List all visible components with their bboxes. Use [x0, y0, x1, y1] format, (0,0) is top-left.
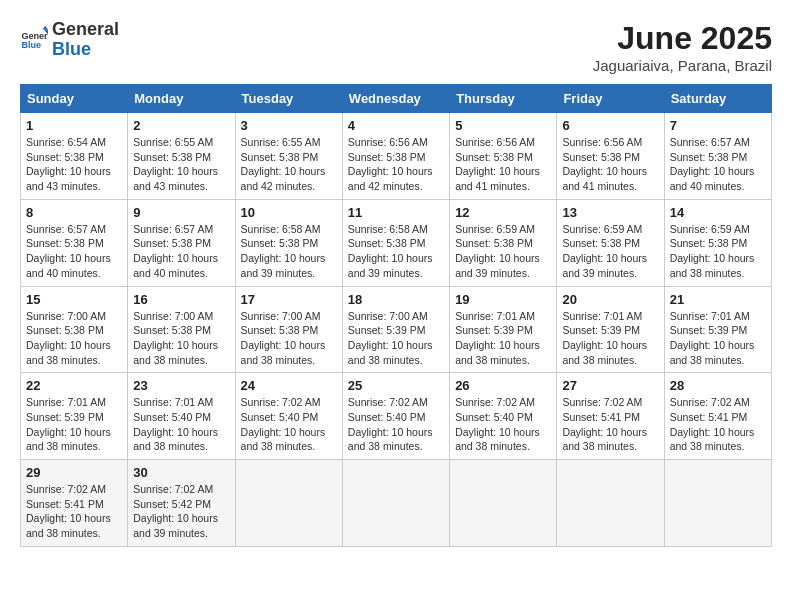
calendar-week-row: 15Sunrise: 7:00 AMSunset: 5:38 PMDayligh…	[21, 286, 772, 373]
calendar-cell: 15Sunrise: 7:00 AMSunset: 5:38 PMDayligh…	[21, 286, 128, 373]
month-title: June 2025	[593, 20, 772, 57]
day-number: 10	[241, 205, 337, 220]
day-number: 16	[133, 292, 229, 307]
day-number: 14	[670, 205, 766, 220]
day-info: Sunrise: 7:02 AMSunset: 5:40 PMDaylight:…	[455, 395, 551, 454]
day-info: Sunrise: 7:02 AMSunset: 5:41 PMDaylight:…	[670, 395, 766, 454]
day-number: 28	[670, 378, 766, 393]
day-info: Sunrise: 6:58 AMSunset: 5:38 PMDaylight:…	[348, 222, 444, 281]
calendar-cell: 27Sunrise: 7:02 AMSunset: 5:41 PMDayligh…	[557, 373, 664, 460]
day-number: 27	[562, 378, 658, 393]
page-container: General Blue General Blue June 2025 Jagu…	[20, 20, 772, 547]
day-number: 25	[348, 378, 444, 393]
calendar-cell: 13Sunrise: 6:59 AMSunset: 5:38 PMDayligh…	[557, 199, 664, 286]
weekday-header-tuesday: Tuesday	[235, 85, 342, 113]
day-info: Sunrise: 7:02 AMSunset: 5:41 PMDaylight:…	[26, 482, 122, 541]
day-info: Sunrise: 7:01 AMSunset: 5:39 PMDaylight:…	[26, 395, 122, 454]
day-info: Sunrise: 6:57 AMSunset: 5:38 PMDaylight:…	[670, 135, 766, 194]
calendar-cell: 28Sunrise: 7:02 AMSunset: 5:41 PMDayligh…	[664, 373, 771, 460]
day-number: 2	[133, 118, 229, 133]
calendar-cell: 9Sunrise: 6:57 AMSunset: 5:38 PMDaylight…	[128, 199, 235, 286]
calendar-cell: 16Sunrise: 7:00 AMSunset: 5:38 PMDayligh…	[128, 286, 235, 373]
calendar-cell: 6Sunrise: 6:56 AMSunset: 5:38 PMDaylight…	[557, 113, 664, 200]
day-info: Sunrise: 6:55 AMSunset: 5:38 PMDaylight:…	[133, 135, 229, 194]
day-number: 22	[26, 378, 122, 393]
calendar-cell: 5Sunrise: 6:56 AMSunset: 5:38 PMDaylight…	[450, 113, 557, 200]
weekday-header-thursday: Thursday	[450, 85, 557, 113]
day-number: 5	[455, 118, 551, 133]
weekday-header-friday: Friday	[557, 85, 664, 113]
day-info: Sunrise: 7:01 AMSunset: 5:39 PMDaylight:…	[670, 309, 766, 368]
day-number: 7	[670, 118, 766, 133]
calendar-cell: 11Sunrise: 6:58 AMSunset: 5:38 PMDayligh…	[342, 199, 449, 286]
calendar-cell: 18Sunrise: 7:00 AMSunset: 5:39 PMDayligh…	[342, 286, 449, 373]
calendar-cell: 8Sunrise: 6:57 AMSunset: 5:38 PMDaylight…	[21, 199, 128, 286]
location-title: Jaguariaiva, Parana, Brazil	[593, 57, 772, 74]
day-number: 11	[348, 205, 444, 220]
day-number: 3	[241, 118, 337, 133]
weekday-header-wednesday: Wednesday	[342, 85, 449, 113]
day-info: Sunrise: 7:02 AMSunset: 5:41 PMDaylight:…	[562, 395, 658, 454]
calendar-cell	[557, 460, 664, 547]
calendar-cell: 2Sunrise: 6:55 AMSunset: 5:38 PMDaylight…	[128, 113, 235, 200]
day-number: 1	[26, 118, 122, 133]
day-info: Sunrise: 7:01 AMSunset: 5:40 PMDaylight:…	[133, 395, 229, 454]
svg-marker-2	[42, 26, 48, 30]
day-info: Sunrise: 6:54 AMSunset: 5:38 PMDaylight:…	[26, 135, 122, 194]
title-section: June 2025 Jaguariaiva, Parana, Brazil	[593, 20, 772, 74]
calendar-cell: 19Sunrise: 7:01 AMSunset: 5:39 PMDayligh…	[450, 286, 557, 373]
day-info: Sunrise: 6:56 AMSunset: 5:38 PMDaylight:…	[348, 135, 444, 194]
day-number: 21	[670, 292, 766, 307]
calendar-table: SundayMondayTuesdayWednesdayThursdayFrid…	[20, 84, 772, 547]
day-number: 24	[241, 378, 337, 393]
day-info: Sunrise: 6:56 AMSunset: 5:38 PMDaylight:…	[455, 135, 551, 194]
day-info: Sunrise: 6:58 AMSunset: 5:38 PMDaylight:…	[241, 222, 337, 281]
logo: General Blue General Blue	[20, 20, 119, 60]
day-info: Sunrise: 7:01 AMSunset: 5:39 PMDaylight:…	[455, 309, 551, 368]
calendar-cell: 22Sunrise: 7:01 AMSunset: 5:39 PMDayligh…	[21, 373, 128, 460]
day-number: 8	[26, 205, 122, 220]
day-number: 6	[562, 118, 658, 133]
day-number: 13	[562, 205, 658, 220]
day-number: 12	[455, 205, 551, 220]
day-info: Sunrise: 6:59 AMSunset: 5:38 PMDaylight:…	[455, 222, 551, 281]
calendar-cell: 12Sunrise: 6:59 AMSunset: 5:38 PMDayligh…	[450, 199, 557, 286]
day-info: Sunrise: 6:57 AMSunset: 5:38 PMDaylight:…	[26, 222, 122, 281]
calendar-cell: 26Sunrise: 7:02 AMSunset: 5:40 PMDayligh…	[450, 373, 557, 460]
weekday-header-row: SundayMondayTuesdayWednesdayThursdayFrid…	[21, 85, 772, 113]
calendar-cell: 29Sunrise: 7:02 AMSunset: 5:41 PMDayligh…	[21, 460, 128, 547]
day-number: 15	[26, 292, 122, 307]
calendar-week-row: 1Sunrise: 6:54 AMSunset: 5:38 PMDaylight…	[21, 113, 772, 200]
day-number: 9	[133, 205, 229, 220]
calendar-cell: 1Sunrise: 6:54 AMSunset: 5:38 PMDaylight…	[21, 113, 128, 200]
weekday-header-monday: Monday	[128, 85, 235, 113]
day-info: Sunrise: 7:02 AMSunset: 5:40 PMDaylight:…	[241, 395, 337, 454]
calendar-cell	[450, 460, 557, 547]
calendar-cell	[342, 460, 449, 547]
calendar-cell: 10Sunrise: 6:58 AMSunset: 5:38 PMDayligh…	[235, 199, 342, 286]
day-number: 23	[133, 378, 229, 393]
calendar-cell: 21Sunrise: 7:01 AMSunset: 5:39 PMDayligh…	[664, 286, 771, 373]
calendar-cell	[664, 460, 771, 547]
day-number: 17	[241, 292, 337, 307]
weekday-header-saturday: Saturday	[664, 85, 771, 113]
day-number: 18	[348, 292, 444, 307]
day-info: Sunrise: 7:00 AMSunset: 5:38 PMDaylight:…	[26, 309, 122, 368]
weekday-header-sunday: Sunday	[21, 85, 128, 113]
calendar-week-row: 29Sunrise: 7:02 AMSunset: 5:41 PMDayligh…	[21, 460, 772, 547]
calendar-cell	[235, 460, 342, 547]
calendar-cell: 20Sunrise: 7:01 AMSunset: 5:39 PMDayligh…	[557, 286, 664, 373]
svg-text:Blue: Blue	[21, 40, 41, 50]
calendar-cell: 30Sunrise: 7:02 AMSunset: 5:42 PMDayligh…	[128, 460, 235, 547]
calendar-cell: 25Sunrise: 7:02 AMSunset: 5:40 PMDayligh…	[342, 373, 449, 460]
logo-icon: General Blue	[20, 26, 48, 54]
day-number: 20	[562, 292, 658, 307]
day-info: Sunrise: 7:02 AMSunset: 5:40 PMDaylight:…	[348, 395, 444, 454]
day-number: 29	[26, 465, 122, 480]
calendar-week-row: 22Sunrise: 7:01 AMSunset: 5:39 PMDayligh…	[21, 373, 772, 460]
calendar-cell: 4Sunrise: 6:56 AMSunset: 5:38 PMDaylight…	[342, 113, 449, 200]
calendar-cell: 23Sunrise: 7:01 AMSunset: 5:40 PMDayligh…	[128, 373, 235, 460]
day-info: Sunrise: 7:00 AMSunset: 5:38 PMDaylight:…	[241, 309, 337, 368]
day-info: Sunrise: 7:01 AMSunset: 5:39 PMDaylight:…	[562, 309, 658, 368]
calendar-week-row: 8Sunrise: 6:57 AMSunset: 5:38 PMDaylight…	[21, 199, 772, 286]
